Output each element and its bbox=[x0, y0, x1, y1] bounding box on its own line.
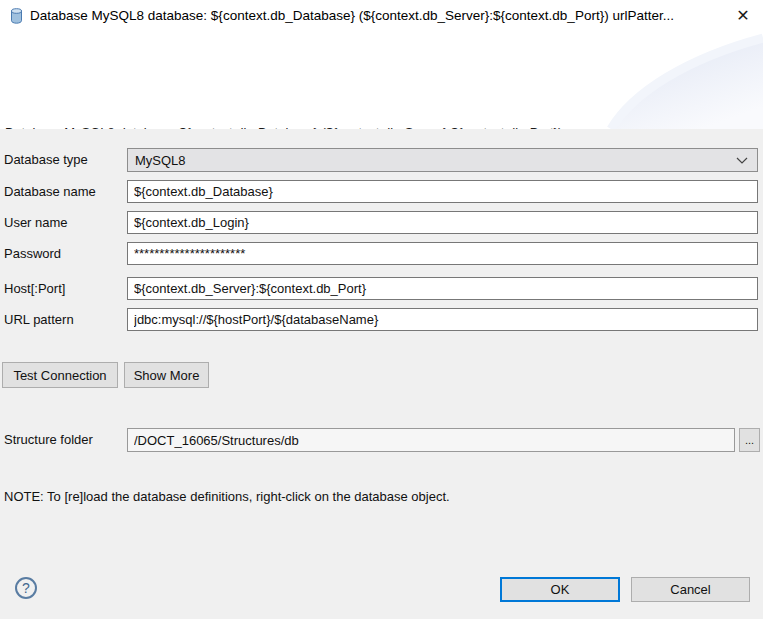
password-input[interactable] bbox=[127, 242, 758, 265]
database-name-input[interactable] bbox=[127, 180, 758, 203]
user-name-input[interactable] bbox=[127, 211, 758, 234]
database-icon bbox=[10, 8, 23, 24]
database-type-value: MySQL8 bbox=[135, 153, 186, 168]
host-port-label: Host[:Port] bbox=[4, 277, 65, 301]
url-pattern-input[interactable] bbox=[127, 308, 758, 331]
url-pattern-label: URL pattern bbox=[4, 308, 74, 332]
cancel-button[interactable]: Cancel bbox=[631, 577, 750, 602]
database-properties-dialog: Database MySQL8 database: ${context.db_D… bbox=[0, 0, 763, 619]
database-type-label: Database type bbox=[4, 148, 88, 172]
ok-button[interactable]: OK bbox=[500, 577, 620, 602]
test-connection-button[interactable]: Test Connection bbox=[2, 362, 118, 388]
structure-folder-label: Structure folder bbox=[4, 428, 93, 452]
help-button[interactable]: ? bbox=[15, 577, 37, 599]
structure-folder-input[interactable] bbox=[127, 428, 735, 452]
password-label: Password bbox=[4, 242, 61, 266]
chevron-down-icon bbox=[736, 157, 748, 164]
header-banner: Database MySQL8 database: ${context.db_D… bbox=[0, 32, 763, 129]
close-icon[interactable]: ✕ bbox=[731, 4, 755, 28]
title-bar: Database MySQL8 database: ${context.db_D… bbox=[0, 0, 763, 32]
note-text: NOTE: To [re]load the database definitio… bbox=[4, 489, 450, 504]
question-mark-icon: ? bbox=[22, 580, 30, 596]
host-port-input[interactable] bbox=[127, 277, 758, 300]
dialog-body: Database type MySQL8 Database name User … bbox=[0, 129, 763, 619]
show-more-button[interactable]: Show More bbox=[124, 362, 209, 388]
browse-button[interactable]: ... bbox=[739, 428, 760, 452]
database-type-select[interactable]: MySQL8 bbox=[127, 148, 758, 172]
window-title: Database MySQL8 database: ${context.db_D… bbox=[30, 0, 674, 32]
database-name-label: Database name bbox=[4, 180, 96, 204]
user-name-label: User name bbox=[4, 211, 68, 235]
